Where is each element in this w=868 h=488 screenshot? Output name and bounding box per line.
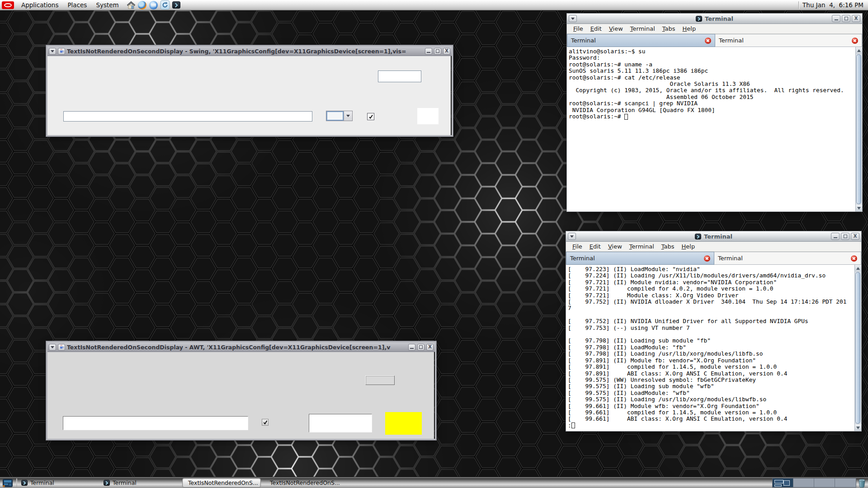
tab-terminal-active[interactable]: Terminal bbox=[567, 34, 715, 47]
menu-system[interactable]: System bbox=[91, 0, 123, 10]
window-menu-button[interactable] bbox=[49, 48, 56, 55]
java-icon bbox=[58, 344, 65, 351]
tab-terminal-inactive[interactable]: Terminal bbox=[715, 34, 862, 47]
awt-window: TextIsNotRenderedOnSecondDisplay - AWT, … bbox=[46, 341, 436, 440]
terminal1-titlebar[interactable]: Terminal X bbox=[567, 14, 862, 24]
menu-help[interactable]: Help bbox=[678, 242, 699, 251]
tab-close-icon[interactable] bbox=[851, 255, 857, 262]
workspace-4[interactable] bbox=[835, 479, 856, 487]
taskbar-button-label: TextIsNotRenderedOnS... bbox=[270, 479, 340, 486]
taskbar-separator bbox=[16, 479, 17, 487]
terminal-icon[interactable] bbox=[171, 0, 181, 10]
home-icon[interactable] bbox=[126, 0, 136, 10]
menu-terminal[interactable]: Terminal bbox=[626, 242, 658, 251]
menu-help[interactable]: Help bbox=[679, 24, 700, 33]
show-desktop-button[interactable] bbox=[1, 478, 14, 488]
tab-terminal-active[interactable]: Terminal bbox=[566, 252, 714, 265]
swing-text-field-top[interactable] bbox=[378, 70, 421, 82]
time-slider-icon[interactable] bbox=[160, 0, 170, 10]
minimize-button[interactable] bbox=[425, 48, 432, 55]
menu-tabs[interactable]: Tabs bbox=[658, 242, 678, 251]
menu-view[interactable]: View bbox=[604, 242, 626, 251]
awt-yellow-canvas bbox=[385, 412, 422, 435]
menu-tabs[interactable]: Tabs bbox=[659, 24, 679, 33]
maximize-button[interactable] bbox=[841, 233, 849, 240]
tab-label: Terminal bbox=[570, 255, 704, 262]
scroll-down-icon[interactable] bbox=[855, 424, 861, 431]
minimize-button[interactable] bbox=[408, 344, 415, 351]
tab-close-icon[interactable] bbox=[704, 255, 710, 262]
menu-edit[interactable]: Edit bbox=[587, 24, 605, 33]
terminal1-title: Terminal bbox=[705, 15, 733, 22]
top-panel: Applications Places System Thu Jan 4, 6:… bbox=[0, 0, 868, 10]
terminal1-scrollbar[interactable] bbox=[855, 47, 862, 211]
window-menu-button[interactable] bbox=[49, 344, 56, 351]
minimize-button[interactable] bbox=[832, 15, 840, 22]
trash-icon[interactable] bbox=[857, 478, 867, 488]
menu-places[interactable]: Places bbox=[63, 0, 91, 10]
terminal-icon bbox=[104, 480, 110, 486]
oracle-logo-icon bbox=[2, 1, 14, 9]
swing-window-content bbox=[47, 56, 451, 135]
terminal1-text: alitvino@solaris:~$ su Password: root@so… bbox=[569, 48, 844, 120]
scroll-up-icon[interactable] bbox=[855, 265, 861, 272]
tab-terminal-inactive[interactable]: Terminal bbox=[714, 252, 861, 265]
workspace-switcher bbox=[772, 478, 856, 488]
tab-close-icon[interactable] bbox=[852, 38, 858, 44]
close-button[interactable]: X bbox=[426, 344, 434, 351]
awt-checkbox[interactable] bbox=[262, 419, 269, 426]
swing-text-field-long[interactable] bbox=[63, 111, 312, 122]
terminal2-title: Terminal bbox=[704, 233, 732, 240]
tab-label: Terminal bbox=[571, 37, 705, 44]
terminal2-scrollbar[interactable] bbox=[854, 265, 861, 431]
taskbar-button-terminal-2[interactable]: Terminal bbox=[100, 478, 179, 488]
taskbar-button-swing-window[interactable]: TextIsNotRenderedOnS... bbox=[182, 478, 261, 488]
thunderbird-icon[interactable] bbox=[149, 0, 159, 10]
menu-applications[interactable]: Applications bbox=[17, 0, 63, 10]
minimize-button[interactable] bbox=[831, 233, 840, 240]
workspace-3[interactable] bbox=[814, 479, 835, 487]
terminal2-titlebar[interactable]: Terminal X bbox=[566, 231, 861, 242]
awt-text-field-2[interactable] bbox=[309, 414, 372, 432]
swing-window-titlebar[interactable]: TextIsNotRenderedOnSecondDisplay - Swing… bbox=[47, 47, 452, 56]
scroll-up-icon[interactable] bbox=[856, 47, 862, 54]
taskbar-button-awt-window[interactable]: TextIsNotRenderedOnS... bbox=[264, 478, 343, 488]
window-menu-button[interactable] bbox=[569, 15, 577, 22]
firefox-icon[interactable] bbox=[137, 0, 147, 10]
window-menu-button[interactable] bbox=[568, 233, 576, 240]
swing-combo-box[interactable] bbox=[326, 111, 353, 121]
scroll-down-icon[interactable] bbox=[856, 205, 862, 211]
menu-terminal[interactable]: Terminal bbox=[627, 24, 659, 33]
workspace-1[interactable] bbox=[773, 479, 793, 487]
close-button[interactable]: X bbox=[851, 233, 859, 240]
taskbar-button-terminal-1[interactable]: Terminal bbox=[18, 478, 97, 488]
workspace-2[interactable] bbox=[793, 479, 814, 487]
clock[interactable]: Thu Jan 4, 6:16 PM bbox=[802, 1, 868, 9]
close-button[interactable]: X bbox=[443, 48, 450, 55]
maximize-button[interactable] bbox=[842, 15, 850, 22]
awt-text-field-long[interactable] bbox=[63, 416, 248, 430]
menu-view[interactable]: View bbox=[605, 24, 627, 33]
close-button[interactable]: X bbox=[852, 15, 860, 22]
taskbar-button-label: TextIsNotRenderedOnS... bbox=[188, 479, 258, 486]
swing-checkbox[interactable] bbox=[367, 113, 374, 120]
tab-close-icon[interactable] bbox=[705, 38, 711, 44]
panel-divider bbox=[798, 1, 799, 9]
maximize-button[interactable] bbox=[434, 48, 441, 55]
terminal1-menubar: File Edit View Terminal Tabs Help bbox=[567, 24, 862, 34]
scrollbar-thumb[interactable] bbox=[856, 54, 861, 204]
combo-dropdown-button[interactable] bbox=[344, 111, 352, 121]
terminal2-text: [ 97.223] (II) LoadModule: "nvidia" [ 97… bbox=[568, 266, 846, 429]
menu-file[interactable]: File bbox=[570, 24, 587, 33]
scrollbar-thumb[interactable] bbox=[855, 272, 860, 424]
menu-edit[interactable]: Edit bbox=[586, 242, 604, 251]
combo-edit-area[interactable] bbox=[326, 111, 344, 121]
maximize-button[interactable] bbox=[417, 344, 425, 351]
panel-launchers bbox=[126, 0, 181, 10]
awt-button-blank[interactable] bbox=[365, 375, 395, 385]
awt-window-titlebar[interactable]: TextIsNotRenderedOnSecondDisplay - AWT, … bbox=[47, 343, 435, 352]
terminal1-screen[interactable]: alitvino@solaris:~$ su Password: root@so… bbox=[567, 47, 862, 211]
menu-file[interactable]: File bbox=[569, 242, 586, 251]
terminal2-screen[interactable]: [ 97.223] (II) LoadModule: "nvidia" [ 97… bbox=[566, 265, 861, 431]
swing-window-title: TextIsNotRenderedOnSecondDisplay - Swing… bbox=[67, 48, 423, 55]
